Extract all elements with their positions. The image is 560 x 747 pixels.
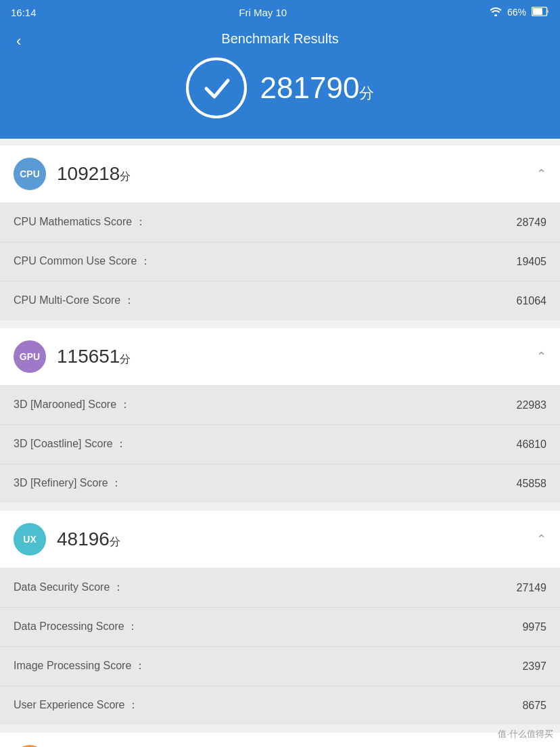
section-header-gpu[interactable]: GPU 115651分 ⌃	[0, 328, 560, 386]
total-score-area: 281790分	[14, 58, 546, 118]
section-header-left-cpu: CPU 109218分	[14, 158, 131, 190]
page-title: Benchmark Results	[14, 31, 546, 47]
badge-ux: UX	[14, 523, 46, 556]
section-header-cpu[interactable]: CPU 109218分 ⌃	[0, 145, 560, 203]
row-label-cpu-2: CPU Multi-Core Score ：	[14, 294, 135, 308]
row-label-cpu-1: CPU Common Use Score ：	[14, 254, 151, 269]
row-label-gpu-0: 3D [Marooned] Score ：	[14, 398, 131, 412]
watermark: 值·什么值得买	[498, 728, 553, 740]
row-value-gpu-1: 46810	[517, 438, 547, 451]
wifi-icon	[490, 7, 502, 18]
score-row-gpu-2: 3D [Refinery] Score ： 45858	[0, 464, 560, 503]
badge-cpu: CPU	[14, 158, 46, 190]
section-score-cpu: 109218分	[57, 163, 131, 185]
row-label-ux-2: Image Processing Score ：	[14, 659, 145, 673]
section-header-left-ux: UX 48196分	[14, 523, 120, 556]
score-row-gpu-0: 3D [Marooned] Score ： 22983	[0, 386, 560, 425]
row-label-ux-0: Data Security Score ：	[14, 581, 124, 595]
row-label-ux-3: User Experience Score ：	[14, 698, 139, 712]
section-score-ux: 48196分	[57, 528, 120, 550]
back-button[interactable]: ‹	[11, 30, 26, 53]
section-ux: UX 48196分 ⌃ Data Security Score ： 27149 …	[0, 511, 560, 725]
svg-point-0	[494, 14, 497, 16]
svg-rect-2	[533, 8, 542, 15]
row-value-gpu-0: 22983	[517, 399, 547, 411]
score-row-ux-2: Image Processing Score ： 2397	[0, 647, 560, 686]
score-row-ux-3: User Experience Score ： 8675	[0, 686, 560, 725]
section-mem: MEM 8725分 ⌃ RAM Score ： 4521	[0, 733, 560, 747]
content-area: CPU 109218分 ⌃ CPU Mathematics Score ： 28…	[0, 139, 560, 747]
chevron-icon-cpu: ⌃	[536, 166, 546, 181]
checkmark-circle	[186, 58, 247, 118]
row-value-ux-1: 9975	[522, 621, 546, 633]
row-value-cpu-0: 28749	[517, 217, 547, 229]
battery-icon	[532, 7, 549, 18]
chevron-icon-ux: ⌃	[536, 532, 546, 547]
section-score-gpu: 115651分	[57, 346, 131, 367]
score-row-ux-0: Data Security Score ： 27149	[0, 568, 560, 608]
row-value-ux-3: 8675	[522, 700, 546, 712]
section-header-left-gpu: GPU 115651分	[14, 340, 131, 373]
section-header-mem[interactable]: MEM 8725分 ⌃	[0, 733, 560, 747]
status-bar: 16:14 Fri May 10 66%	[0, 0, 560, 24]
section-cpu: CPU 109218分 ⌃ CPU Mathematics Score ： 28…	[0, 145, 560, 320]
score-row-cpu-1: CPU Common Use Score ： 19405	[0, 242, 560, 281]
row-label-gpu-1: 3D [Coastline] Score ：	[14, 437, 126, 451]
row-label-gpu-2: 3D [Refinery] Score ：	[14, 476, 122, 491]
score-row-cpu-0: CPU Mathematics Score ： 28749	[0, 203, 560, 242]
status-date: Fri May 10	[239, 7, 287, 18]
row-value-cpu-2: 61064	[517, 295, 547, 307]
total-score-value: 281790分	[260, 71, 375, 105]
status-time: 16:14	[11, 7, 37, 18]
score-row-ux-1: Data Processing Score ： 9975	[0, 608, 560, 647]
battery-label: 66%	[507, 7, 526, 18]
status-icons: 66%	[490, 7, 549, 18]
score-row-cpu-2: CPU Multi-Core Score ： 61064	[0, 281, 560, 320]
row-label-cpu-0: CPU Mathematics Score ：	[14, 215, 146, 229]
section-gpu: GPU 115651分 ⌃ 3D [Marooned] Score ： 2298…	[0, 328, 560, 503]
row-value-ux-0: 27149	[517, 582, 547, 594]
benchmark-header: ‹ Benchmark Results 281790分	[0, 24, 560, 139]
row-label-ux-1: Data Processing Score ：	[14, 620, 138, 634]
chevron-icon-gpu: ⌃	[536, 349, 546, 364]
row-value-ux-2: 2397	[522, 660, 546, 673]
badge-gpu: GPU	[14, 340, 46, 373]
row-value-cpu-1: 19405	[517, 256, 547, 268]
row-value-gpu-2: 45858	[517, 478, 547, 490]
score-row-gpu-1: 3D [Coastline] Score ： 46810	[0, 425, 560, 464]
section-header-ux[interactable]: UX 48196分 ⌃	[0, 511, 560, 568]
